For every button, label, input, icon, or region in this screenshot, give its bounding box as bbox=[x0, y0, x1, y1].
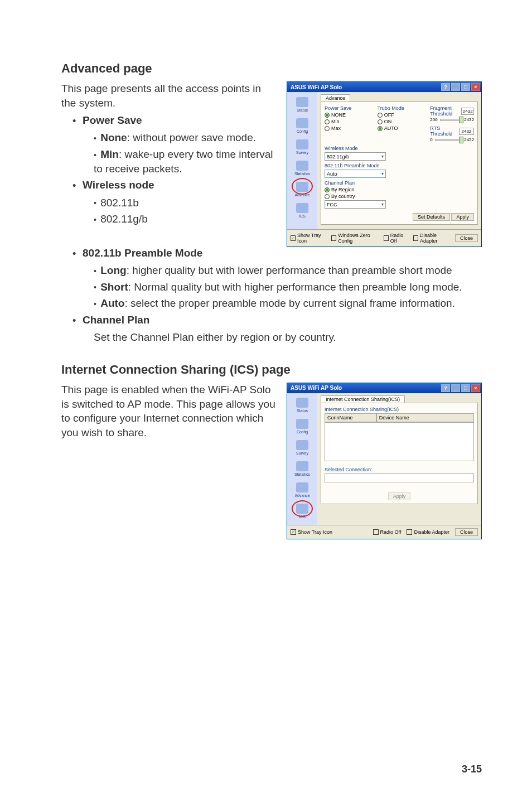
frag-value[interactable]: 2432 bbox=[461, 108, 474, 115]
titlebar: ASUS WiFi AP Solo ? _ □ × bbox=[287, 383, 481, 393]
label-power-save: Power Save bbox=[83, 114, 142, 127]
set-defaults-button[interactable]: Set Defaults bbox=[413, 213, 450, 221]
frag-slider[interactable] bbox=[440, 119, 462, 121]
chk-wzc[interactable]: Windows Zero Config bbox=[331, 233, 378, 244]
bullet-icon: • bbox=[72, 247, 83, 261]
label-wireless-node: Wireless node bbox=[83, 179, 154, 191]
close-button[interactable]: × bbox=[471, 384, 480, 392]
nav-ics[interactable]: ICS bbox=[288, 200, 316, 220]
nav-statistics[interactable]: Statistics bbox=[288, 158, 316, 178]
nav-sidebar: Status Config Survey Statistics Advance … bbox=[287, 92, 317, 229]
desc-channel-plan: Set the Channel Plan either by region or… bbox=[94, 330, 482, 345]
col-connname[interactable]: ConnName bbox=[325, 413, 376, 422]
rts-slider[interactable] bbox=[435, 139, 462, 141]
apply-button[interactable]: Apply bbox=[451, 213, 474, 221]
nav-advance[interactable]: Advance bbox=[288, 480, 316, 500]
heading-ics: Internet Connection Sharing (ICS) page bbox=[61, 363, 482, 377]
label-rts-threshold: RTS Threshold bbox=[430, 125, 456, 137]
nav-advance[interactable]: Advance bbox=[288, 179, 316, 199]
nav-ics[interactable]: ICS bbox=[288, 501, 316, 521]
label-channel-plan: Channel Plan bbox=[325, 180, 474, 186]
page-number: 3-15 bbox=[462, 764, 482, 775]
nav-config[interactable]: Config bbox=[288, 115, 316, 136]
rts-value[interactable]: 2432 bbox=[459, 128, 474, 135]
label-frag-threshold: Fragment Threshold bbox=[430, 105, 459, 117]
chk-disable-adapter[interactable]: Disable Adapter bbox=[413, 233, 449, 244]
screenshot-ics-window: ASUS WiFi AP Solo ? _ □ × Status Config … bbox=[287, 383, 482, 539]
nav-survey[interactable]: Survey bbox=[288, 137, 316, 157]
combo-wireless-mode[interactable]: 802.11g/b▾ bbox=[325, 152, 386, 161]
nav-statistics[interactable]: Statistics bbox=[288, 459, 316, 479]
radio-trubo-off[interactable]: OFF bbox=[378, 112, 422, 118]
help-button[interactable]: ? bbox=[441, 83, 450, 91]
label-preamble-mode-text: 802.11b Preamble Mode bbox=[83, 247, 202, 259]
radio-by-region[interactable]: By Region bbox=[325, 187, 474, 192]
combo-preamble[interactable]: Auto▾ bbox=[325, 170, 386, 178]
apply-button[interactable]: Apply bbox=[388, 492, 411, 500]
label-power-save-group: Power Save bbox=[325, 105, 369, 111]
chk-show-tray[interactable]: ✓Show Tray Icon bbox=[291, 233, 326, 244]
radio-by-country[interactable]: By country bbox=[325, 194, 474, 199]
close-bottom-button[interactable]: Close bbox=[455, 234, 478, 242]
intro-ics: This page is enabled when the WiFi-AP So… bbox=[61, 383, 277, 440]
label-preamble-mode: 802.11b Preamble Mode bbox=[325, 163, 474, 168]
chk-radio-off[interactable]: Radio Off bbox=[373, 529, 402, 535]
minimize-button[interactable]: _ bbox=[451, 384, 460, 392]
nav-status[interactable]: Status bbox=[288, 94, 316, 114]
radio-max[interactable]: Max bbox=[325, 125, 369, 131]
label-trubo-group: Trubo Mode bbox=[378, 105, 422, 111]
maximize-button[interactable]: □ bbox=[461, 384, 470, 392]
sub-80211b: • 802.11b bbox=[94, 196, 277, 210]
tab-ics[interactable]: Internet Connection Sharing(ICS) bbox=[321, 395, 405, 403]
sub-power-save-min: • Min: wake-up every two time interval t… bbox=[94, 147, 277, 176]
minimize-button[interactable]: _ bbox=[451, 83, 460, 91]
label-channel-plan-text: Channel Plan bbox=[83, 314, 149, 326]
sub-short: • Short: Normal quality but with higher … bbox=[94, 280, 482, 294]
screenshot-advance-window: ASUS WiFi AP Solo ? _ □ × Status Config … bbox=[287, 81, 482, 247]
nav-config[interactable]: Config bbox=[288, 417, 316, 437]
rts-min: 0 bbox=[430, 137, 432, 142]
window-title: ASUS WiFi AP Solo bbox=[291, 84, 440, 90]
sub-long: • Long: higher quality but with lower pe… bbox=[94, 263, 482, 278]
ics-heading: Internet Connection Sharing(ICS) bbox=[325, 407, 474, 412]
rts-max: 2432 bbox=[464, 137, 474, 142]
chk-radio-off[interactable]: Radio Off bbox=[384, 233, 408, 244]
radio-min[interactable]: Min bbox=[325, 119, 369, 124]
bullet-icon: • bbox=[72, 179, 83, 193]
label-wireless-mode: Wireless Mode bbox=[325, 146, 474, 151]
radio-trubo-on[interactable]: ON bbox=[378, 119, 422, 124]
frag-min: 256 bbox=[430, 117, 437, 122]
frag-max: 2432 bbox=[464, 117, 474, 122]
label-selected-connection: Selected Connection: bbox=[325, 467, 474, 472]
sub-auto: • Auto: select the proper preamble mode … bbox=[94, 296, 482, 311]
selected-connection-field[interactable] bbox=[325, 474, 474, 482]
radio-trubo-auto[interactable]: AUTO bbox=[378, 125, 422, 131]
tab-advance[interactable]: Advance bbox=[321, 94, 350, 102]
connection-list[interactable] bbox=[325, 422, 474, 461]
close-button[interactable]: × bbox=[471, 83, 480, 91]
nav-status[interactable]: Status bbox=[288, 395, 316, 416]
combo-region[interactable]: FCC▾ bbox=[325, 200, 386, 209]
col-devicename[interactable]: Device Name bbox=[376, 413, 474, 422]
help-button[interactable]: ? bbox=[441, 384, 450, 392]
bullet-icon: • bbox=[72, 114, 83, 128]
close-bottom-button[interactable]: Close bbox=[455, 528, 478, 536]
nav-sidebar: Status Config Survey Statistics Advance … bbox=[287, 393, 317, 525]
sub-80211gb: • 802.11g/b bbox=[94, 212, 277, 226]
radio-none[interactable]: NONE bbox=[325, 112, 369, 118]
intro-advanced: This page presents all the access points… bbox=[61, 81, 277, 110]
nav-survey[interactable]: Survey bbox=[288, 438, 316, 458]
titlebar: ASUS WiFi AP Solo ? _ □ × bbox=[287, 82, 481, 92]
heading-advanced: Advanced page bbox=[61, 61, 482, 76]
sub-power-save-none: • None: without power save mode. bbox=[94, 131, 277, 145]
window-title: ASUS WiFi AP Solo bbox=[291, 385, 440, 391]
bullet-icon: • bbox=[72, 314, 83, 328]
chk-show-tray[interactable]: ✓Show Tray Icon bbox=[291, 529, 332, 535]
chk-disable-adapter[interactable]: Disable Adapter bbox=[407, 529, 449, 535]
maximize-button[interactable]: □ bbox=[461, 83, 470, 91]
